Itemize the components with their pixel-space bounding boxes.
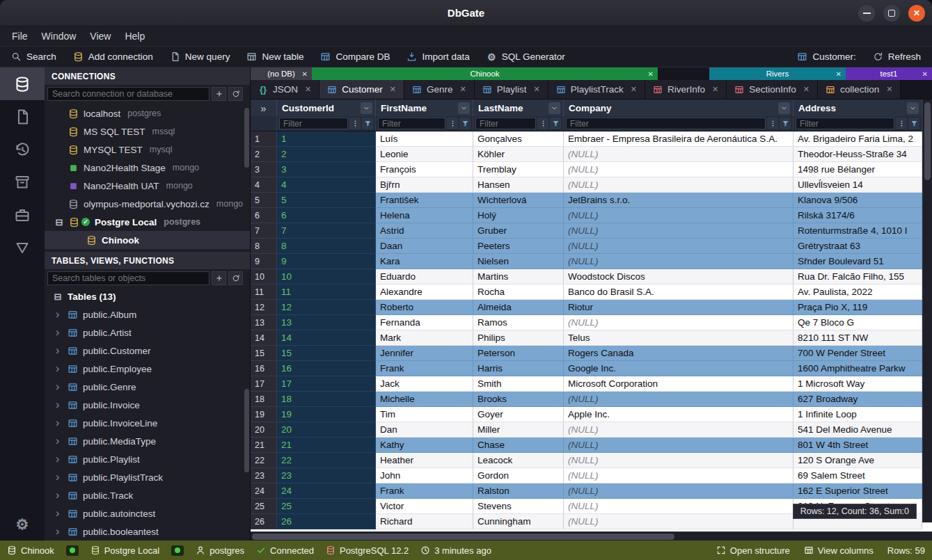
toolbar-button-customer[interactable]: Customer:	[789, 47, 864, 67]
grid-cell-company[interactable]: (NULL)	[564, 514, 793, 529]
horizontal-scrollbar[interactable]	[251, 531, 932, 541]
grid-cell-firstname[interactable]: Daan	[376, 239, 473, 254]
table-item-public-album[interactable]: ›public.Album	[45, 305, 250, 323]
grid-cell-company[interactable]: (NULL)	[564, 483, 793, 499]
grid-cell-company[interactable]: (NULL)	[564, 162, 793, 177]
chevron-right-icon[interactable]: ›	[56, 454, 63, 465]
filter-menu-button[interactable]	[447, 118, 458, 129]
grid-cell-customerid[interactable]: 11	[277, 285, 376, 300]
grid-cell-firstname[interactable]: Leonie	[376, 147, 473, 162]
grid-cell-firstname[interactable]: Michelle	[376, 392, 473, 407]
row-number-cell[interactable]: 16	[251, 361, 277, 376]
grid-cell-company[interactable]: (NULL)	[564, 208, 793, 223]
grid-cell-lastname[interactable]: Leacock	[473, 453, 564, 468]
connection-nano2health-uat[interactable]: Nano2Health UATmongo	[45, 177, 250, 195]
grid-cell-lastname[interactable]: Ramos	[473, 315, 564, 330]
table-item-public-autoinctest[interactable]: ›public.autoinctest	[45, 504, 250, 522]
toolbar-button-search[interactable]: Search	[3, 47, 65, 67]
grid-cell-company[interactable]: (NULL)	[564, 392, 793, 407]
close-icon[interactable]: ✕	[533, 85, 539, 94]
collapse-icon[interactable]: ⊟	[53, 291, 63, 302]
grid-cell-company[interactable]: Embraer - Empresa Brasileira de Aeronáut…	[564, 131, 793, 147]
table-item-public-playlist[interactable]: ›public.Playlist	[45, 450, 250, 468]
grid-cell-company[interactable]: Riotur	[564, 300, 793, 315]
connection-localhost[interactable]: localhostpostgres	[45, 104, 250, 122]
filter-input-address[interactable]	[796, 118, 894, 129]
filter-funnel-button[interactable]	[908, 118, 919, 129]
close-icon[interactable]: ✕	[390, 85, 396, 94]
chevron-right-icon[interactable]: ›	[56, 399, 63, 410]
grid-cell-firstname[interactable]: Mark	[376, 330, 473, 346]
filter-input-customerid[interactable]	[279, 118, 348, 129]
grid-cell-address[interactable]: 120 S Orange Ave	[793, 453, 922, 468]
grid-cell-company[interactable]: (NULL)	[564, 315, 793, 330]
row-number-cell[interactable]: 6	[251, 208, 277, 223]
row-number-cell[interactable]: 24	[251, 483, 277, 499]
filter-menu-button[interactable]	[537, 118, 548, 129]
table-item-public-employee[interactable]: ›public.Employee	[45, 360, 250, 378]
grid-cell-lastname[interactable]: Almeida	[473, 300, 564, 315]
row-number-cell[interactable]: 7	[251, 223, 277, 239]
filter-input-firstname[interactable]	[378, 118, 445, 129]
row-number-cell[interactable]: 23	[251, 468, 277, 483]
grid-cell-address[interactable]: Ullevĺlsveien 14	[793, 177, 922, 193]
grid-cell-company[interactable]: Telus	[564, 330, 793, 346]
chevron-down-button[interactable]	[458, 102, 470, 114]
close-icon[interactable]: ✕	[305, 85, 311, 94]
db-tab-rivers[interactable]: Rivers✕	[709, 67, 846, 80]
tab-json[interactable]: {}JSON✕	[251, 80, 319, 99]
tables-group[interactable]: ⊟ Tables (13)	[45, 287, 250, 305]
grid-cell-address[interactable]: Sřnder Boulevard 51	[793, 254, 922, 269]
grid-cell-address[interactable]: Theodor-Heuss-Straße 34	[793, 147, 922, 162]
grid-cell-customerid[interactable]: 26	[277, 514, 376, 529]
toolbar-button-new-query[interactable]: New query	[161, 47, 239, 67]
table-item-public-track[interactable]: ›public.Track	[45, 486, 250, 504]
row-number-cell[interactable]: 12	[251, 300, 277, 315]
column-header-address[interactable]: Address	[793, 99, 922, 116]
chevron-right-icon[interactable]: ›	[56, 508, 63, 519]
grid-cell-company[interactable]: Banco do Brasil S.A.	[564, 285, 793, 300]
grid-cell-company[interactable]: (NULL)	[564, 177, 793, 193]
tables-search-input[interactable]	[47, 271, 210, 285]
grid-cell-lastname[interactable]: Gruber	[473, 223, 564, 239]
row-number-cell[interactable]: 4	[251, 177, 277, 193]
connection-nano2health-stage[interactable]: Nano2Health Stagemongo	[45, 159, 250, 177]
row-number-cell[interactable]: 3	[251, 162, 277, 177]
row-number-cell[interactable]: 9	[251, 254, 277, 269]
menu-help[interactable]: Help	[118, 29, 151, 44]
grid-cell-lastname[interactable]: Köhler	[473, 147, 564, 162]
column-header-lastname[interactable]: LastName	[473, 99, 564, 116]
grid-cell-firstname[interactable]: Astrid	[376, 223, 473, 239]
grid-cell-customerid[interactable]: 5	[277, 193, 376, 208]
toolbar-button-add-connection[interactable]: Add connection	[65, 47, 161, 67]
close-icon[interactable]: ✕	[886, 85, 892, 94]
grid-cell-address[interactable]: 1 Microsoft Way	[793, 376, 922, 392]
grid-cell-firstname[interactable]: Heather	[376, 453, 473, 468]
vertical-scrollbar[interactable]	[922, 99, 932, 522]
chevron-down-button[interactable]	[907, 102, 919, 114]
grid-cell-customerid[interactable]: 25	[277, 499, 376, 514]
grid-cell-lastname[interactable]: Smith	[473, 376, 564, 392]
chevron-right-icon[interactable]: ›	[56, 526, 63, 537]
grid-cell-address[interactable]: Klanova 9/506	[793, 193, 922, 208]
grid-cell-lastname[interactable]: Stevens	[473, 499, 564, 514]
close-icon[interactable]: ✕	[302, 70, 308, 78]
close-button[interactable]: ✕	[908, 5, 925, 22]
grid-cell-firstname[interactable]: Jennifer	[376, 346, 473, 361]
grid-cell-company[interactable]: (NULL)	[564, 499, 793, 514]
filter-funnel-button[interactable]	[362, 118, 373, 129]
db-tab-chinook[interactable]: Chinook✕	[312, 67, 658, 80]
row-number-cell[interactable]: 14	[251, 330, 277, 346]
row-number-cell[interactable]: 17	[251, 376, 277, 392]
grid-cell-company[interactable]: (NULL)	[564, 239, 793, 254]
grid-cell-firstname[interactable]: Jack	[376, 376, 473, 392]
toolbar-button-import-data[interactable]: Import data	[398, 47, 477, 67]
filter-menu-button[interactable]	[349, 118, 361, 129]
filter-funnel-button[interactable]	[550, 118, 561, 129]
grid-cell-firstname[interactable]: Alexandre	[376, 285, 473, 300]
grid-cell-lastname[interactable]: Hansen	[473, 177, 564, 193]
horizontal-scrollbar-thumb[interactable]	[252, 534, 674, 540]
column-header-company[interactable]: Company	[564, 99, 793, 116]
table-item-public-artist[interactable]: ›public.Artist	[45, 323, 250, 342]
grid-cell-company[interactable]: Apple Inc.	[564, 407, 793, 422]
